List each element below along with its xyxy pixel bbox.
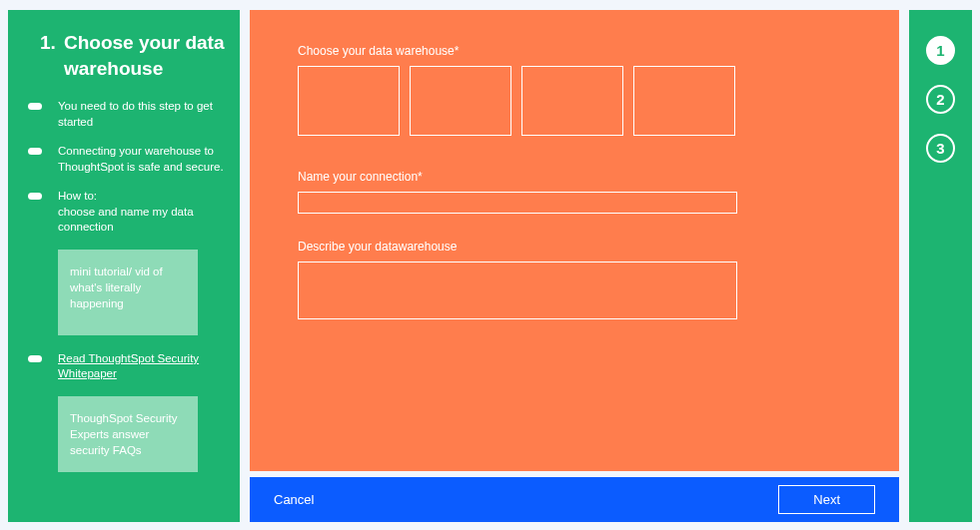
describe-warehouse-label: Describe your datawarehouse: [298, 240, 851, 254]
sidebar-item: Connecting your warehouse to ThoughtSpot…: [22, 144, 226, 175]
sidebar-item: Read ThoughtSpot Security Whitepaper: [22, 351, 226, 382]
warehouse-option[interactable]: [410, 66, 511, 136]
step-indicator: 1 2 3: [909, 10, 972, 522]
warehouse-option-group: [298, 66, 851, 136]
bullet-icon: [28, 148, 42, 155]
name-connection-label: Name your connection*: [298, 170, 851, 184]
sidebar-item: How to: choose and name my data connecti…: [22, 189, 226, 236]
tutorial-card-text: mini tutorial/ vid of what's literally h…: [70, 265, 163, 309]
step-3[interactable]: 3: [926, 134, 955, 163]
sidebar-item: You need to do this step to get started: [22, 99, 226, 130]
warehouse-description-input[interactable]: [298, 262, 737, 319]
security-whitepaper-link[interactable]: Read ThoughtSpot Security Whitepaper: [58, 351, 226, 382]
cancel-button[interactable]: Cancel: [274, 492, 314, 507]
faq-card[interactable]: ThoughSpot Security Experts answer secur…: [58, 396, 198, 472]
sidebar-step-number: 1.: [40, 30, 64, 81]
sidebar: 1. Choose your data warehouse You need t…: [8, 10, 240, 522]
sidebar-item-text: How to: choose and name my data connecti…: [58, 189, 226, 236]
connection-name-input[interactable]: [298, 192, 737, 214]
sidebar-title: 1. Choose your data warehouse: [22, 30, 226, 81]
main-panel: Choose your data warehouse* Name your co…: [250, 10, 899, 471]
faq-card-text: ThoughSpot Security Experts answer secur…: [70, 412, 177, 456]
choose-warehouse-label: Choose your data warehouse*: [298, 44, 851, 58]
next-button[interactable]: Next: [778, 485, 875, 514]
sidebar-step-title: Choose your data warehouse: [64, 30, 226, 81]
warehouse-option[interactable]: [521, 66, 623, 136]
step-2[interactable]: 2: [926, 85, 955, 114]
sidebar-item-text: You need to do this step to get started: [58, 99, 226, 130]
bullet-icon: [28, 103, 42, 110]
bullet-icon: [28, 193, 42, 200]
warehouse-option[interactable]: [298, 66, 400, 136]
bullet-icon: [28, 355, 42, 362]
warehouse-option[interactable]: [633, 66, 735, 136]
step-1[interactable]: 1: [926, 36, 955, 65]
footer-bar: Cancel Next: [250, 477, 899, 522]
sidebar-item-text: Connecting your warehouse to ThoughtSpot…: [58, 144, 226, 175]
tutorial-card[interactable]: mini tutorial/ vid of what's literally h…: [58, 250, 198, 335]
